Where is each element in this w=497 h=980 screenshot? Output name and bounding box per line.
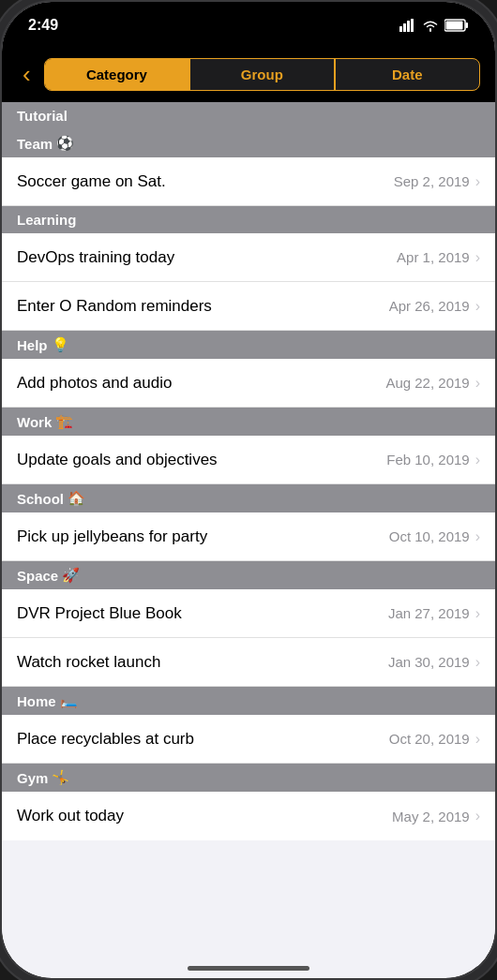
notch <box>178 2 319 30</box>
item-date: Sep 2, 2019 <box>394 173 470 189</box>
tab-date[interactable]: Date <box>336 59 479 90</box>
item-title: Add photos and audio <box>17 374 172 393</box>
content-list: Tutorial Team ⚽ Soccer game on Sat. Sep … <box>2 102 495 966</box>
item-date: Jan 30, 2019 <box>388 654 470 670</box>
back-button[interactable]: ‹ <box>17 60 37 89</box>
list-item[interactable]: DVR Project Blue Book Jan 27, 2019 › <box>2 589 495 638</box>
item-right: Oct 10, 2019 › <box>389 528 480 545</box>
phone-frame: 2:49 <box>0 0 497 980</box>
team-emoji: ⚽ <box>56 135 74 152</box>
svg-rect-6 <box>446 22 463 30</box>
status-icons <box>399 19 469 32</box>
item-right: Aug 22, 2019 › <box>385 375 480 392</box>
section-header-tutorial: Tutorial <box>2 102 495 129</box>
home-emoji: 🛏️ <box>60 692 78 709</box>
svg-rect-0 <box>399 26 402 32</box>
item-right: Sep 2, 2019 › <box>394 173 480 190</box>
item-right: Apr 26, 2019 › <box>389 298 480 315</box>
item-title: Watch rocket launch <box>17 653 160 672</box>
svg-rect-3 <box>411 19 414 32</box>
chevron-icon: › <box>475 452 480 468</box>
section-header-home: Home 🛏️ <box>2 687 495 715</box>
section-header-school: School 🏠 <box>2 484 495 512</box>
item-date: Jan 27, 2019 <box>388 605 470 621</box>
phone-screen: 2:49 <box>2 2 495 978</box>
work-emoji: 🏗️ <box>55 413 73 430</box>
home-indicator <box>188 966 309 971</box>
space-emoji: 🚀 <box>62 567 80 584</box>
item-title: Pick up jellybeans for party <box>17 527 207 546</box>
chevron-icon: › <box>475 375 480 392</box>
item-date: Oct 10, 2019 <box>389 528 470 544</box>
item-right: Jan 27, 2019 › <box>388 605 480 622</box>
item-date: Apr 1, 2019 <box>397 249 470 265</box>
chevron-icon: › <box>475 808 480 824</box>
svg-rect-2 <box>407 21 410 32</box>
list-item[interactable]: Add photos and audio Aug 22, 2019 › <box>2 359 495 408</box>
item-title: DVR Project Blue Book <box>17 604 182 623</box>
section-header-team: Team ⚽ <box>2 129 495 157</box>
school-emoji: 🏠 <box>68 490 85 507</box>
nav-bar: ‹ Category Group Date <box>2 49 495 102</box>
section-header-gym: Gym 🤸 <box>2 764 495 792</box>
chevron-icon: › <box>475 654 480 671</box>
svg-rect-5 <box>466 22 469 28</box>
chevron-icon: › <box>475 731 480 748</box>
item-date: Feb 10, 2019 <box>386 452 469 468</box>
item-right: Oct 20, 2019 › <box>389 731 480 748</box>
list-item[interactable]: Enter O Random reminders Apr 26, 2019 › <box>2 282 495 331</box>
item-title: Enter O Random reminders <box>17 297 212 316</box>
item-title: Soccer game on Sat. <box>17 172 166 191</box>
item-right: Feb 10, 2019 › <box>386 452 480 468</box>
wifi-icon <box>422 19 439 32</box>
status-time: 2:49 <box>28 17 58 34</box>
item-right: May 2, 2019 › <box>392 808 480 824</box>
item-title: Place recyclables at curb <box>17 730 194 749</box>
chevron-icon: › <box>475 173 480 190</box>
section-header-learning: Learning <box>2 206 495 233</box>
tab-category[interactable]: Category <box>45 59 188 90</box>
list-item[interactable]: Work out today May 2, 2019 › <box>2 792 495 840</box>
signal-icon <box>399 19 416 32</box>
gym-emoji: 🤸 <box>52 769 69 786</box>
item-title: Work out today <box>17 807 124 825</box>
segmented-control: Category Group Date <box>44 58 480 91</box>
list-item[interactable]: Place recyclables at curb Oct 20, 2019 › <box>2 715 495 764</box>
list-item[interactable]: DevOps training today Apr 1, 2019 › <box>2 233 495 282</box>
list-item[interactable]: Watch rocket launch Jan 30, 2019 › <box>2 638 495 687</box>
help-emoji: 💡 <box>52 336 69 353</box>
item-date: Apr 26, 2019 <box>389 298 470 314</box>
battery-icon <box>444 19 469 32</box>
list-item[interactable]: Soccer game on Sat. Sep 2, 2019 › <box>2 157 495 206</box>
chevron-icon: › <box>475 528 480 545</box>
item-date: May 2, 2019 <box>392 809 470 824</box>
item-right: Jan 30, 2019 › <box>388 654 480 671</box>
item-date: Aug 22, 2019 <box>385 375 469 391</box>
list-item[interactable]: Pick up jellybeans for party Oct 10, 201… <box>2 512 495 561</box>
chevron-icon: › <box>475 298 480 315</box>
item-right: Apr 1, 2019 › <box>397 249 480 266</box>
tab-group[interactable]: Group <box>190 59 334 90</box>
section-header-work: Work 🏗️ <box>2 408 495 436</box>
chevron-icon: › <box>475 605 480 622</box>
svg-rect-1 <box>403 23 406 32</box>
list-item[interactable]: Update goals and objectives Feb 10, 2019… <box>2 436 495 484</box>
chevron-icon: › <box>475 249 480 266</box>
item-title: Update goals and objectives <box>17 451 218 469</box>
item-title: DevOps training today <box>17 248 174 267</box>
item-date: Oct 20, 2019 <box>389 731 470 747</box>
section-header-space: Space 🚀 <box>2 561 495 589</box>
section-header-help: Help 💡 <box>2 331 495 359</box>
